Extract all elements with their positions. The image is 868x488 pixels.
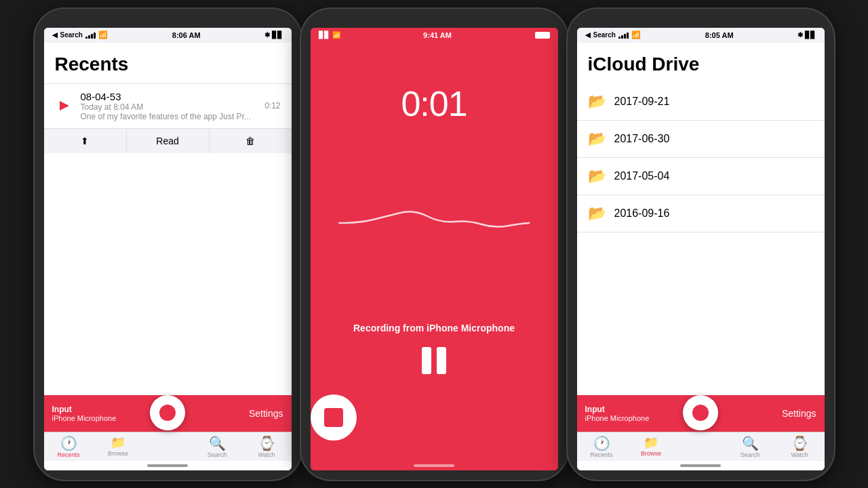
search-tab-icon-3: 🔍	[742, 436, 759, 450]
share-button[interactable]: ⬆	[44, 129, 126, 153]
home-indicator-3	[577, 461, 825, 470]
recording-timer: 0:01	[401, 83, 467, 124]
folder-icon-1: 📂	[588, 130, 606, 148]
folder-icon-3: 📂	[588, 205, 606, 222]
tab-browse-label-3: Browse	[641, 450, 661, 457]
pause-bar-left	[422, 347, 431, 374]
back-arrow-icon: ◀	[52, 31, 58, 39]
folder-item-0[interactable]: 📂 2017-09-21	[577, 83, 825, 121]
folder-icon-0: 📂	[588, 93, 606, 110]
time-display-2: 9:41 AM	[423, 31, 452, 39]
phone-icloud: ◀ Search 📶 8:05 AM ✱ ▊▊ iCloud Drive	[568, 9, 834, 480]
read-label: Read	[156, 136, 178, 146]
bluetooth-icon-3: ✱	[797, 31, 803, 39]
recording-label: Recording from iPhone Microphone	[353, 323, 515, 333]
recents-title: Recents	[44, 43, 292, 83]
share-icon: ⬆	[81, 136, 89, 146]
folder-item-3[interactable]: 📂 2016-09-16	[577, 195, 825, 232]
tab-record-1[interactable]	[143, 436, 193, 458]
tab-search-label: Search	[208, 451, 227, 458]
delete-button[interactable]: 🗑	[209, 129, 292, 153]
waveform-svg	[323, 196, 546, 250]
search-tab-icon: 🔍	[209, 436, 226, 450]
tab-browse-3[interactable]: 📁 Browse	[627, 436, 676, 458]
input-bar-1: Input iPhone Microphone Settings	[44, 395, 292, 432]
battery-label: ▊▊	[272, 31, 283, 39]
record-circle-3[interactable]	[683, 395, 718, 430]
recording-date: Today at 8:04 AM	[81, 102, 258, 112]
back-arrow-icon-3: ◀	[585, 31, 591, 39]
record-button-3[interactable]	[683, 395, 718, 430]
tab-browse-1[interactable]: 📁 Browse	[94, 436, 143, 458]
time-display: 8:06 AM	[172, 31, 201, 39]
play-triangle-icon	[60, 101, 69, 110]
tab-watch-1[interactable]: ⌚ Watch	[242, 436, 292, 458]
tab-record-3[interactable]	[676, 436, 726, 458]
battery-label-3: ▊▊	[805, 31, 816, 39]
tab-watch-label: Watch	[258, 451, 275, 458]
settings-label-3[interactable]: Settings	[782, 408, 816, 419]
home-indicator-2	[311, 461, 558, 470]
tab-search-3[interactable]: 🔍 Search	[726, 436, 775, 458]
search-text-3: Search	[593, 31, 616, 39]
record-circle-1[interactable]	[150, 395, 185, 430]
recording-info: 08-04-53 Today at 8:04 AM One of my favo…	[81, 91, 258, 121]
home-bar-1	[147, 464, 188, 467]
recording-item: 08-04-53 Today at 8:04 AM One of my favo…	[44, 83, 292, 153]
folder-name-2: 2017-05-04	[614, 170, 670, 182]
icloud-content: iCloud Drive 📂 2017-09-21 📂 2017-06-30 📂…	[577, 43, 825, 395]
browse-icon: 📁	[111, 436, 125, 449]
wifi-icon-3: 📶	[631, 30, 641, 39]
phone-recording: ▊▊ 📶 9:41 AM 0:01 Recording from iPhone …	[301, 9, 568, 480]
tab-search-1[interactable]: 🔍 Search	[193, 436, 242, 458]
watch-tab-icon-3: ⌚	[791, 436, 808, 450]
play-button[interactable]	[55, 96, 74, 115]
recording-name: 08-04-53	[81, 91, 258, 102]
read-button[interactable]: Read	[126, 129, 209, 153]
status-bar-3: ◀ Search 📶 8:05 AM ✱ ▊▊	[577, 28, 825, 43]
home-bar-3	[680, 464, 721, 467]
input-label-sub-3: iPhone Microphone	[585, 414, 650, 422]
signal-icon	[85, 32, 96, 39]
search-text: Search	[60, 31, 83, 39]
folder-name-1: 2017-06-30	[614, 133, 670, 145]
pause-button[interactable]	[422, 347, 446, 374]
recording-row: 08-04-53 Today at 8:04 AM One of my favo…	[44, 84, 292, 128]
folder-item-1[interactable]: 📂 2017-06-30	[577, 121, 825, 158]
battery-icon-2	[535, 32, 550, 39]
input-label-3: Input iPhone Microphone	[585, 405, 650, 422]
folder-list: 📂 2017-09-21 📂 2017-06-30 📂 2017-05-04 📂…	[577, 83, 825, 232]
settings-label-1[interactable]: Settings	[249, 408, 283, 419]
folder-name-3: 2016-09-16	[614, 207, 670, 220]
recents-icon-3: 🕐	[593, 436, 610, 450]
recents-content: Recents 08-04-53 Today at 8:04 AM One of…	[44, 43, 292, 395]
recording-description: One of my favorite features of the app J…	[81, 112, 258, 121]
status-bar-1: ◀ Search 📶 8:06 AM ✱ ▊▊	[44, 28, 292, 43]
home-bar-2	[414, 464, 454, 467]
record-button-1[interactable]	[150, 395, 185, 430]
stop-button[interactable]	[311, 394, 357, 441]
wifi-icon: 📶	[98, 30, 108, 39]
stop-button-area	[311, 394, 558, 461]
stop-square-icon	[324, 408, 343, 427]
tab-recents-label-3: Recents	[590, 451, 612, 458]
tab-watch-3[interactable]: ⌚ Watch	[775, 436, 825, 458]
watch-tab-icon: ⌚	[258, 436, 275, 450]
tab-browse-label: Browse	[108, 450, 128, 457]
phone3-screen: ◀ Search 📶 8:05 AM ✱ ▊▊ iCloud Drive	[577, 28, 825, 470]
input-label-sub: iPhone Microphone	[52, 414, 117, 422]
tab-recents-3[interactable]: 🕐 Recents	[577, 436, 627, 458]
browse-icon-3: 📁	[644, 436, 658, 449]
home-indicator-1	[44, 461, 292, 470]
waveform-area	[311, 124, 558, 323]
tab-search-label-3: Search	[741, 451, 760, 458]
tab-recents-1[interactable]: 🕐 Recents	[44, 436, 94, 458]
input-label-title: Input	[52, 405, 117, 414]
folder-name-0: 2017-09-21	[614, 96, 670, 108]
wifi-icon-2: 📶	[332, 31, 340, 39]
signal-icon-3	[618, 32, 629, 39]
icloud-title: iCloud Drive	[577, 43, 825, 83]
input-label-title-3: Input	[585, 405, 650, 414]
record-dot-1	[159, 405, 176, 421]
folder-item-2[interactable]: 📂 2017-05-04	[577, 158, 825, 195]
